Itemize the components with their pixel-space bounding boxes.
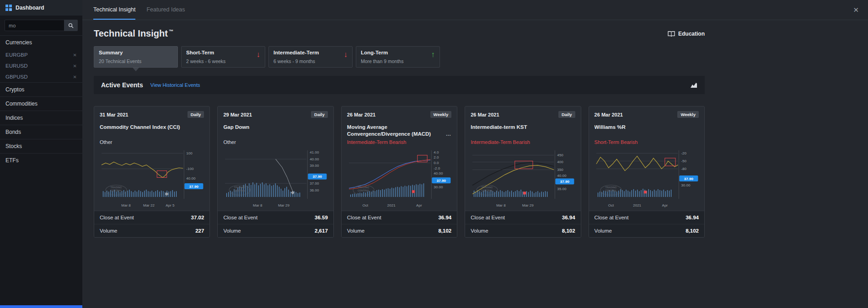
svg-text:37.00: 37.00	[310, 181, 320, 186]
event-subtitle: Other	[223, 139, 327, 146]
event-title: Williams %R	[595, 124, 699, 138]
volume-label: Volume	[347, 228, 364, 234]
event-card-williams-r[interactable]: 26 Mar 2021 Weekly Williams %R Short-Ter…	[589, 106, 705, 238]
svg-text:Mar 8: Mar 8	[253, 203, 263, 207]
event-footer: Close at Event37.02 Volume227	[94, 211, 209, 237]
summary-notch	[133, 68, 139, 71]
sidebar-item-indices[interactable]: Indices	[0, 111, 82, 125]
event-card-macd[interactable]: 26 Mar 2021 Weekly Moving Average Conver…	[341, 106, 457, 238]
svg-text:30.00: 30.00	[681, 183, 691, 187]
svg-text:Oct: Oct	[362, 203, 368, 207]
event-subtitle: Other	[100, 139, 204, 146]
svg-text:Apr 5: Apr 5	[166, 203, 175, 207]
term-card-short-term[interactable]: Short-Term 2 weeks - 6 weeks ↓	[181, 46, 265, 68]
term-card-intermediate-term[interactable]: Intermediate-Term 6 weeks - 9 months ↓	[268, 46, 353, 68]
svg-text:Apr: Apr	[662, 203, 668, 207]
sidebar-item-cryptos[interactable]: Cryptos	[0, 82, 82, 96]
close-at-event-value: 37.02	[191, 215, 204, 220]
volume-label: Volume	[595, 228, 612, 234]
svg-text:30.00: 30.00	[434, 185, 443, 189]
svg-text:TRADING: TRADING	[234, 186, 246, 189]
svg-text:2021: 2021	[387, 203, 396, 207]
svg-text:CENTRAL: CENTRAL	[358, 189, 370, 192]
close-at-event-value: 36.94	[438, 215, 451, 220]
search-input[interactable]	[5, 20, 64, 31]
svg-text:Mar 8: Mar 8	[496, 203, 506, 207]
event-chart: TRADINGCENTRAL4.02.00.0-2.040.0030.0037.…	[347, 148, 451, 211]
search-icon	[68, 23, 74, 28]
event-title: Gap Down	[223, 124, 327, 138]
sidebar-item-eurusd[interactable]: EURUSD ✕	[0, 60, 82, 71]
remove-currency-icon[interactable]: ✕	[73, 64, 77, 69]
event-chart: TRADINGCENTRAL45040035040.0035.0037.90Ma…	[471, 148, 575, 211]
svg-text:41.00: 41.00	[310, 150, 320, 154]
event-card-kst[interactable]: 26 Mar 2021 Daily Intermediate-term KST …	[465, 106, 581, 238]
sidebar-item-gbpusd[interactable]: GBPUSD ✕	[0, 71, 82, 82]
sidebar-item-dashboard[interactable]: Dashboard	[0, 0, 82, 16]
volume-value: 8,102	[438, 228, 451, 234]
sidebar-item-bonds[interactable]: Bonds	[0, 125, 82, 139]
education-label: Education	[678, 31, 705, 37]
svg-text:-100: -100	[186, 167, 194, 171]
term-card-long-term[interactable]: Long-Term More than 9 months ↑	[356, 46, 440, 68]
trend-down-icon: ↓	[257, 51, 261, 58]
svg-text:37.90: 37.90	[313, 175, 322, 179]
svg-text:-20: -20	[681, 151, 686, 155]
frequency-badge: Daily	[311, 111, 328, 118]
more-options-icon[interactable]: …	[446, 131, 452, 138]
page-title: Technical Insight™	[94, 28, 173, 39]
topbar: Technical Insight Featured Ideas ✕	[82, 0, 868, 20]
view-historical-events-link[interactable]: View Historical Events	[150, 82, 200, 88]
event-card-cci[interactable]: 31 Mar 2021 Daily Commodity Channel Inde…	[94, 106, 210, 238]
close-at-event-label: Close at Event	[100, 215, 134, 220]
svg-text:Mar 29: Mar 29	[522, 203, 534, 207]
event-chart: TRADINGCENTRAL100-10040.0037.90Mar 8Mar …	[100, 148, 204, 211]
event-date: 26 Mar 2021	[347, 112, 375, 117]
frequency-badge: Daily	[188, 111, 204, 118]
sidebar-item-currencies[interactable]: Currencies	[0, 35, 82, 49]
sidebar-item-eurgbp[interactable]: EURGBP ✕	[0, 49, 82, 60]
event-title: Intermediate-term KST	[471, 124, 575, 138]
event-card-gap-down[interactable]: 29 Mar 2021 Daily Gap Down Other TRADING…	[217, 106, 333, 238]
svg-text:0.0: 0.0	[434, 161, 439, 165]
event-subtitle: Intermediate-Term Bearish	[471, 139, 575, 146]
remove-currency-icon[interactable]: ✕	[73, 53, 77, 58]
search-button[interactable]	[64, 20, 78, 31]
currency-label: EURUSD	[5, 63, 28, 69]
event-subtitle: Short-Term Bearish	[595, 139, 699, 146]
term-title: Short-Term	[186, 50, 260, 55]
svg-text:-2.0: -2.0	[434, 166, 440, 170]
tab-featured-ideas[interactable]: Featured Ideas	[146, 0, 185, 20]
close-panel-icon[interactable]: ✕	[853, 6, 859, 14]
svg-text:CENTRAL: CENTRAL	[110, 189, 123, 192]
term-card-summary[interactable]: Summary 20 Technical Events	[94, 46, 178, 68]
tab-technical-insight[interactable]: Technical Insight	[93, 0, 135, 20]
sidebar-item-etfs[interactable]: ETFs	[0, 153, 82, 167]
close-at-event-label: Close at Event	[595, 215, 629, 220]
trend-up-icon: ↑	[431, 51, 435, 58]
event-date: 26 Mar 2021	[471, 112, 499, 117]
svg-text:Apr: Apr	[416, 203, 422, 207]
sidebar-item-commodities[interactable]: Commodities	[0, 96, 82, 111]
frequency-badge: Weekly	[430, 111, 452, 118]
frequency-badge: Weekly	[677, 111, 699, 118]
active-events-title: Active Events	[101, 81, 143, 89]
svg-text:2021: 2021	[633, 203, 641, 207]
area-chart-icon[interactable]	[690, 82, 697, 88]
education-button[interactable]: Education	[668, 31, 705, 37]
volume-label: Volume	[100, 228, 117, 234]
currency-label: GBPUSD	[5, 74, 28, 80]
svg-text:TRADING: TRADING	[111, 186, 122, 189]
term-title: Intermediate-Term	[273, 50, 348, 55]
term-cards: Summary 20 Technical Events Short-Term 2…	[94, 46, 705, 68]
event-cards: 31 Mar 2021 Daily Commodity Channel Inde…	[94, 106, 705, 238]
svg-text:2.0: 2.0	[434, 155, 439, 159]
remove-currency-icon[interactable]: ✕	[73, 74, 77, 80]
svg-text:37.90: 37.90	[437, 179, 446, 183]
event-footer: Close at Event36.59 Volume2,617	[218, 211, 333, 237]
sidebar-item-stocks[interactable]: Stocks	[0, 139, 82, 153]
event-title: Commodity Channel Index (CCI)	[100, 124, 204, 138]
term-subtitle: 2 weeks - 6 weeks	[186, 58, 260, 64]
close-at-event-value: 36.94	[562, 215, 575, 220]
event-footer: Close at Event36.94 Volume8,102	[465, 211, 580, 237]
